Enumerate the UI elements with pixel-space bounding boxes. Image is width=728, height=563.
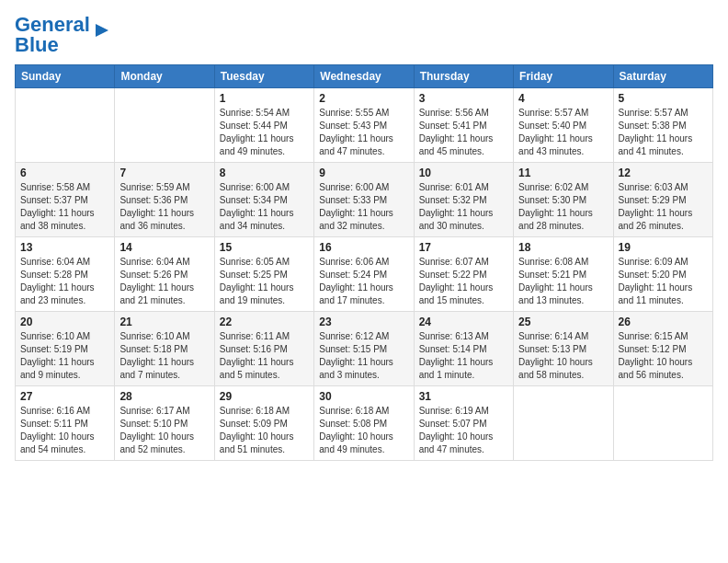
day-number: 18: [518, 241, 608, 254]
day-number: 5: [619, 92, 708, 105]
calendar-cell: 7Sunrise: 5:59 AM Sunset: 5:36 PM Daylig…: [115, 163, 214, 237]
day-number: 8: [220, 167, 309, 179]
day-number: 3: [419, 92, 508, 105]
calendar-cell: 25Sunrise: 6:14 AM Sunset: 5:13 PM Dayli…: [514, 312, 613, 386]
calendar-cell: 12Sunrise: 6:03 AM Sunset: 5:29 PM Dayli…: [613, 163, 712, 237]
calendar-cell: 20Sunrise: 6:10 AM Sunset: 5:19 PM Dayli…: [16, 312, 115, 386]
day-info: Sunrise: 6:11 AM Sunset: 5:16 PM Dayligh…: [220, 330, 309, 382]
day-number: 7: [119, 167, 209, 179]
weekday-header: Tuesday: [214, 65, 313, 88]
calendar-cell: 16Sunrise: 6:06 AM Sunset: 5:24 PM Dayli…: [314, 237, 414, 312]
day-number: 20: [20, 316, 109, 328]
day-info: Sunrise: 6:13 AM Sunset: 5:14 PM Dayligh…: [419, 330, 508, 382]
weekday-header: Wednesday: [314, 65, 414, 88]
day-info: Sunrise: 6:12 AM Sunset: 5:15 PM Dayligh…: [319, 330, 408, 382]
calendar-cell: 22Sunrise: 6:11 AM Sunset: 5:16 PM Dayli…: [214, 312, 313, 386]
calendar-cell: 2Sunrise: 5:55 AM Sunset: 5:43 PM Daylig…: [314, 88, 414, 163]
day-info: Sunrise: 6:01 AM Sunset: 5:32 PM Dayligh…: [419, 181, 508, 233]
calendar-table: SundayMondayTuesdayWednesdayThursdayFrid…: [15, 64, 713, 461]
calendar-cell: [115, 88, 214, 163]
calendar-cell: 3Sunrise: 5:56 AM Sunset: 5:41 PM Daylig…: [414, 88, 513, 163]
calendar-cell: 14Sunrise: 6:04 AM Sunset: 5:26 PM Dayli…: [115, 237, 214, 312]
day-info: Sunrise: 6:17 AM Sunset: 5:10 PM Dayligh…: [119, 405, 209, 456]
logo-arrow-icon: [92, 20, 112, 40]
page-header: GeneralBlue: [15, 15, 713, 55]
day-number: 12: [619, 167, 708, 179]
calendar-cell: 17Sunrise: 6:07 AM Sunset: 5:22 PM Dayli…: [414, 237, 513, 312]
day-info: Sunrise: 6:10 AM Sunset: 5:18 PM Dayligh…: [119, 330, 209, 382]
calendar-cell: 18Sunrise: 6:08 AM Sunset: 5:21 PM Dayli…: [514, 237, 613, 312]
calendar-cell: [613, 386, 712, 461]
calendar-cell: 29Sunrise: 6:18 AM Sunset: 5:09 PM Dayli…: [214, 386, 313, 461]
day-info: Sunrise: 6:09 AM Sunset: 5:20 PM Dayligh…: [619, 256, 708, 307]
svg-marker-0: [96, 24, 108, 37]
logo: GeneralBlue: [15, 15, 112, 55]
day-number: 26: [619, 316, 708, 328]
day-info: Sunrise: 6:05 AM Sunset: 5:25 PM Dayligh…: [220, 256, 309, 307]
day-info: Sunrise: 5:54 AM Sunset: 5:44 PM Dayligh…: [220, 107, 309, 158]
day-number: 15: [220, 241, 309, 254]
day-number: 9: [319, 167, 408, 179]
day-info: Sunrise: 6:19 AM Sunset: 5:07 PM Dayligh…: [419, 405, 508, 456]
day-info: Sunrise: 5:55 AM Sunset: 5:43 PM Dayligh…: [319, 107, 408, 158]
calendar-cell: 27Sunrise: 6:16 AM Sunset: 5:11 PM Dayli…: [16, 386, 115, 461]
calendar-cell: 19Sunrise: 6:09 AM Sunset: 5:20 PM Dayli…: [613, 237, 712, 312]
calendar-cell: 10Sunrise: 6:01 AM Sunset: 5:32 PM Dayli…: [414, 163, 513, 237]
day-number: 19: [619, 241, 708, 254]
calendar-cell: 30Sunrise: 6:18 AM Sunset: 5:08 PM Dayli…: [314, 386, 414, 461]
day-info: Sunrise: 6:00 AM Sunset: 5:34 PM Dayligh…: [220, 181, 309, 233]
calendar-cell: 11Sunrise: 6:02 AM Sunset: 5:30 PM Dayli…: [514, 163, 613, 237]
weekday-header: Friday: [514, 65, 613, 88]
logo-text: GeneralBlue: [15, 15, 90, 55]
calendar-cell: 28Sunrise: 6:17 AM Sunset: 5:10 PM Dayli…: [115, 386, 214, 461]
day-number: 4: [518, 92, 608, 105]
day-number: 13: [20, 241, 109, 254]
calendar-cell: 1Sunrise: 5:54 AM Sunset: 5:44 PM Daylig…: [214, 88, 313, 163]
day-info: Sunrise: 5:56 AM Sunset: 5:41 PM Dayligh…: [419, 107, 508, 158]
calendar-header: SundayMondayTuesdayWednesdayThursdayFrid…: [16, 65, 713, 88]
weekday-header: Saturday: [613, 65, 712, 88]
day-info: Sunrise: 6:03 AM Sunset: 5:29 PM Dayligh…: [619, 181, 708, 233]
day-number: 23: [319, 316, 408, 328]
day-info: Sunrise: 6:04 AM Sunset: 5:28 PM Dayligh…: [20, 256, 109, 307]
day-number: 21: [119, 316, 209, 328]
day-number: 22: [220, 316, 309, 328]
day-info: Sunrise: 5:58 AM Sunset: 5:37 PM Dayligh…: [20, 181, 109, 233]
calendar-cell: 4Sunrise: 5:57 AM Sunset: 5:40 PM Daylig…: [514, 88, 613, 163]
calendar-cell: 26Sunrise: 6:15 AM Sunset: 5:12 PM Dayli…: [613, 312, 712, 386]
calendar-cell: 5Sunrise: 5:57 AM Sunset: 5:38 PM Daylig…: [613, 88, 712, 163]
calendar-cell: 8Sunrise: 6:00 AM Sunset: 5:34 PM Daylig…: [214, 163, 313, 237]
day-number: 31: [419, 390, 508, 403]
calendar-cell: 23Sunrise: 6:12 AM Sunset: 5:15 PM Dayli…: [314, 312, 414, 386]
day-info: Sunrise: 6:10 AM Sunset: 5:19 PM Dayligh…: [20, 330, 109, 382]
calendar-cell: [514, 386, 613, 461]
day-info: Sunrise: 6:18 AM Sunset: 5:08 PM Dayligh…: [319, 405, 408, 456]
day-number: 25: [518, 316, 608, 328]
calendar-cell: [16, 88, 115, 163]
day-info: Sunrise: 6:14 AM Sunset: 5:13 PM Dayligh…: [518, 330, 608, 382]
day-number: 2: [319, 92, 408, 105]
day-number: 29: [220, 390, 309, 403]
day-info: Sunrise: 6:00 AM Sunset: 5:33 PM Dayligh…: [319, 181, 408, 233]
day-number: 16: [319, 241, 408, 254]
calendar-cell: 24Sunrise: 6:13 AM Sunset: 5:14 PM Dayli…: [414, 312, 513, 386]
day-number: 6: [20, 167, 109, 179]
day-number: 24: [419, 316, 508, 328]
calendar-cell: 6Sunrise: 5:58 AM Sunset: 5:37 PM Daylig…: [16, 163, 115, 237]
weekday-header: Sunday: [16, 65, 115, 88]
day-info: Sunrise: 5:57 AM Sunset: 5:40 PM Dayligh…: [518, 107, 608, 158]
calendar-cell: 9Sunrise: 6:00 AM Sunset: 5:33 PM Daylig…: [314, 163, 414, 237]
calendar-cell: 21Sunrise: 6:10 AM Sunset: 5:18 PM Dayli…: [115, 312, 214, 386]
day-number: 17: [419, 241, 508, 254]
day-info: Sunrise: 5:59 AM Sunset: 5:36 PM Dayligh…: [119, 181, 209, 233]
day-info: Sunrise: 6:04 AM Sunset: 5:26 PM Dayligh…: [119, 256, 209, 307]
day-number: 14: [119, 241, 209, 254]
day-info: Sunrise: 6:06 AM Sunset: 5:24 PM Dayligh…: [319, 256, 408, 307]
calendar-cell: 13Sunrise: 6:04 AM Sunset: 5:28 PM Dayli…: [16, 237, 115, 312]
weekday-header: Thursday: [414, 65, 513, 88]
day-number: 30: [319, 390, 408, 403]
calendar-cell: 31Sunrise: 6:19 AM Sunset: 5:07 PM Dayli…: [414, 386, 513, 461]
day-number: 27: [20, 390, 109, 403]
day-number: 10: [419, 167, 508, 179]
day-info: Sunrise: 6:08 AM Sunset: 5:21 PM Dayligh…: [518, 256, 608, 307]
